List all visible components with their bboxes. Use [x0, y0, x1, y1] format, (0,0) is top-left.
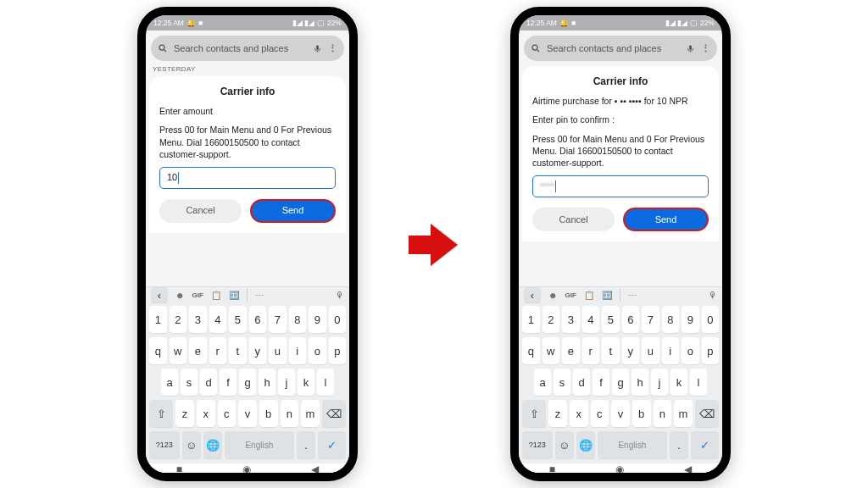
shift-key[interactable]: ⇧ [522, 400, 546, 427]
key-l[interactable]: l [317, 369, 334, 396]
search-bar[interactable]: Search contacts and places ⋮ [151, 36, 344, 61]
translate-icon[interactable]: 🈁 [602, 291, 612, 300]
key-a[interactable]: a [161, 369, 178, 396]
key-i[interactable]: i [289, 337, 307, 364]
more-icon[interactable]: ⋮ [328, 43, 337, 54]
key-x[interactable]: x [197, 400, 215, 427]
translate-icon[interactable]: 🈁 [229, 291, 239, 300]
svg-point-0 [159, 45, 164, 50]
key-c[interactable]: c [218, 400, 236, 427]
soft-keyboard[interactable]: ‹ ☻ GIF 📋 🈁 ⋯ 🎙 1 2 3 4 5 6 7 [146, 286, 349, 473]
backspace-key[interactable]: ⌫ [322, 400, 346, 427]
mic-keyboard-icon[interactable]: 🎙 [709, 291, 717, 300]
status-bar: 12:25 AM 🔔 ■ ▮◢ ▮◢ ▢ 22% [146, 15, 349, 30]
key-6[interactable]: 6 [249, 306, 267, 333]
key-y[interactable]: y [249, 337, 267, 364]
kb-collapse-icon[interactable]: ‹ [524, 287, 541, 302]
nav-home-icon[interactable]: ◉ [242, 463, 251, 475]
key-v[interactable]: v [238, 400, 257, 427]
globe-key[interactable]: 🌐 [203, 431, 222, 458]
soft-keyboard[interactable]: ‹ ☻ GIF 📋 🈁 ⋯ 🎙 1 2 3 4 5 6 7 [519, 286, 722, 473]
send-button[interactable]: Send [623, 208, 709, 231]
sticker-icon[interactable]: ☻ [175, 291, 185, 300]
space-key[interactable]: English [225, 431, 294, 458]
key-g[interactable]: g [239, 369, 256, 396]
nav-recent-icon[interactable]: ■ [549, 463, 555, 475]
key-1[interactable]: 1 [149, 306, 167, 333]
key-e[interactable]: e [189, 337, 207, 364]
pin-input[interactable]: **** [532, 175, 709, 197]
key-u[interactable]: u [269, 337, 287, 364]
svg-line-4 [537, 50, 540, 53]
key-o[interactable]: o [309, 337, 326, 364]
mic-icon[interactable] [686, 44, 695, 53]
key-q[interactable]: q [149, 337, 167, 364]
enter-key[interactable]: ✓ [691, 431, 719, 458]
key-k[interactable]: k [298, 369, 314, 396]
key-r[interactable]: r [209, 337, 227, 364]
cancel-button[interactable]: Cancel [159, 199, 242, 223]
kb-more-icon[interactable]: ⋯ [628, 291, 637, 300]
globe-key[interactable]: 🌐 [576, 431, 595, 458]
key-n[interactable]: n [281, 400, 299, 427]
gif-icon[interactable]: GIF [565, 291, 576, 299]
key-p[interactable]: p [329, 337, 347, 364]
kb-more-icon[interactable]: ⋯ [255, 291, 264, 300]
mic-keyboard-icon[interactable]: 🎙 [336, 291, 344, 300]
more-icon[interactable]: ⋮ [701, 43, 710, 54]
battery-pct: 22% [327, 19, 342, 27]
send-button[interactable]: Send [250, 199, 336, 223]
nav-back-icon[interactable]: ◀ [311, 463, 319, 475]
key-t[interactable]: t [229, 337, 247, 364]
cancel-button[interactable]: Cancel [532, 208, 615, 231]
enter-key[interactable]: ✓ [318, 431, 346, 458]
nav-recent-icon[interactable]: ■ [176, 463, 182, 475]
key-4[interactable]: 4 [209, 306, 227, 333]
space-key[interactable]: English [598, 431, 667, 458]
shift-key[interactable]: ⇧ [149, 400, 173, 427]
key-j[interactable]: j [278, 369, 295, 396]
key-9[interactable]: 9 [309, 306, 326, 333]
sticker-icon[interactable]: ☻ [548, 291, 558, 300]
emoji-key[interactable]: ☺ [555, 431, 574, 458]
dialog-title: Carrier info [532, 75, 709, 88]
key-m[interactable]: m [301, 400, 320, 427]
key-2[interactable]: 2 [170, 306, 187, 333]
key-0[interactable]: 0 [329, 306, 347, 333]
key-7[interactable]: 7 [269, 306, 287, 333]
mic-icon[interactable] [313, 44, 322, 53]
amount-input[interactable]: 10 [159, 167, 336, 189]
key-3[interactable]: 3 [189, 306, 207, 333]
search-icon [531, 43, 541, 53]
backspace-key[interactable]: ⌫ [695, 400, 719, 427]
android-nav-bar: ■ ◉ ◀ [146, 463, 349, 475]
gif-icon[interactable]: GIF [192, 291, 203, 299]
symbols-key[interactable]: ?123 [149, 431, 180, 458]
emoji-key[interactable]: ☺ [182, 431, 201, 458]
period-key[interactable]: . [670, 431, 688, 458]
dialog-prompt: Enter pin to confirm : [532, 114, 709, 125]
key-h[interactable]: h [259, 369, 275, 396]
period-key[interactable]: . [297, 431, 315, 458]
symbols-key[interactable]: ?123 [522, 431, 553, 458]
key-f[interactable]: f [220, 369, 236, 396]
clipboard-icon[interactable]: 📋 [584, 291, 594, 300]
key-b[interactable]: b [259, 400, 278, 427]
kb-collapse-icon[interactable]: ‹ [151, 287, 168, 302]
key-d[interactable]: d [200, 369, 217, 396]
key-w[interactable]: w [170, 337, 187, 364]
status-time: 12:25 AM [526, 19, 557, 27]
key-8[interactable]: 8 [289, 306, 307, 333]
signal-icon: ▮◢ ▮◢ [292, 19, 314, 27]
clipboard-icon[interactable]: 📋 [211, 291, 221, 300]
key-5[interactable]: 5 [229, 306, 247, 333]
nav-home-icon[interactable]: ◉ [615, 463, 624, 475]
key-s[interactable]: s [181, 369, 198, 396]
search-bar[interactable]: Search contacts and places ⋮ [524, 36, 717, 61]
status-bar: 12:25 AM 🔔 ■ ▮◢ ▮◢ ▢ 22% [519, 15, 722, 30]
signal-icon: ▮◢ ▮◢ [665, 19, 687, 27]
svg-rect-2 [316, 45, 319, 50]
nav-back-icon[interactable]: ◀ [684, 463, 692, 475]
kb-row-3: ⇧ z x c v b n m ⌫ [149, 400, 346, 427]
key-z[interactable]: z [175, 400, 194, 427]
